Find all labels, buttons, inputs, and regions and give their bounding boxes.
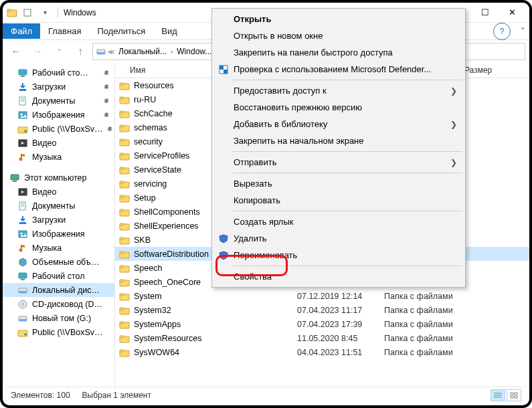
file-type: Папка с файлами: [384, 320, 491, 329]
qat-dropdown[interactable]: ▾: [37, 5, 52, 20]
ctx-properties[interactable]: Свойства: [213, 268, 464, 285]
ctx-rename[interactable]: Переименовать: [213, 247, 464, 264]
sidebar-quick-item[interactable]: Public (\\VBoxSv…: [3, 122, 114, 136]
sidebar-pc-item[interactable]: Локальный дис…: [3, 283, 114, 297]
sidebar-item-label: Public (\\VBoxSv…: [32, 328, 103, 337]
file-name: System: [134, 292, 297, 301]
svg-rect-70: [120, 294, 124, 296]
shield-rename-icon: [217, 249, 230, 262]
svg-rect-18: [11, 175, 19, 180]
up-button[interactable]: ↑: [71, 42, 90, 61]
file-name: SysWOW64: [134, 348, 297, 357]
file-row[interactable]: System07.12.2019 12:14Папка с файлами: [115, 289, 529, 303]
folder-icon: [119, 108, 130, 119]
status-count: Элементов: 100: [11, 391, 70, 400]
ribbon-expand[interactable]: ˅: [516, 26, 529, 36]
qat-button[interactable]: [20, 5, 35, 20]
sidebar-quick-item[interactable]: Документы: [3, 94, 114, 108]
tab-view[interactable]: Вид: [153, 23, 185, 39]
file-row[interactable]: SystemResources11.05.2020 8:45Папка с фа…: [115, 331, 529, 345]
downloads-icon: [17, 215, 28, 225]
ctx-library[interactable]: Добавить в библиотеку❯: [213, 116, 464, 132]
sidebar-quick-item[interactable]: Изображения: [3, 108, 114, 122]
ctx-send[interactable]: Отправить❯: [213, 154, 464, 171]
maximize-button[interactable]: ☐: [472, 3, 499, 22]
sidebar-item-label: Музыка: [32, 152, 62, 162]
sidebar-item-label: Новый том (G:): [32, 314, 91, 323]
back-button[interactable]: ←: [7, 42, 25, 61]
ctx-copy[interactable]: Копировать: [213, 192, 464, 209]
sidebar-item-label: Загрузки: [32, 82, 66, 92]
file-row[interactable]: SysWOW6404.04.2023 11:51Папка с файлами: [115, 345, 529, 359]
svg-rect-7: [19, 89, 26, 91]
forward-button[interactable]: →: [28, 42, 47, 61]
sidebar-pc-item[interactable]: Изображения: [3, 227, 114, 241]
pin-icon: [104, 70, 110, 76]
sidebar-pc-item[interactable]: Public (\\VBoxSv…: [3, 325, 114, 339]
svg-rect-74: [120, 322, 124, 324]
close-button[interactable]: ✕: [499, 3, 525, 22]
file-type: Папка с файлами: [384, 292, 491, 301]
ctx-grant-access[interactable]: Предоставить доступ к❯: [213, 82, 464, 99]
col-size[interactable]: Размер: [464, 66, 529, 75]
sidebar-item-label: Рабочий стол: [32, 272, 84, 281]
ctx-pin-quick[interactable]: Закрепить на панели быстрого доступа: [213, 44, 464, 61]
sidebar-item-label: Загрузки: [32, 215, 66, 225]
crumb-2[interactable]: Window...: [174, 47, 214, 56]
status-selection: Выбран 1 элемент: [82, 391, 151, 400]
sidebar-quick-item[interactable]: Загрузки: [3, 80, 114, 94]
ctx-cut[interactable]: Вырезать: [213, 175, 464, 192]
desktop-icon: [17, 271, 28, 282]
sidebar-pc-item[interactable]: Документы: [3, 199, 114, 213]
sidebar-pc-item[interactable]: Объемные объ…: [3, 255, 114, 269]
svg-point-27: [21, 232, 23, 234]
ctx-restore[interactable]: Восстановить прежнюю версию: [213, 99, 464, 116]
file-name: System32: [134, 306, 297, 315]
svg-rect-76: [120, 336, 124, 338]
sidebar-quick-item[interactable]: Музыка: [3, 150, 114, 164]
folder-icon: [119, 179, 130, 189]
documents-icon: [17, 201, 28, 211]
recent-button[interactable]: ˅: [50, 42, 68, 61]
file-row[interactable]: System3207.04.2023 11:17Папка с файлами: [115, 303, 529, 317]
file-row[interactable]: SystemApps07.04.2023 17:39Папка с файлам…: [115, 317, 529, 331]
file-date: 04.04.2023 11:51: [297, 348, 384, 357]
tab-share[interactable]: Поделиться: [89, 23, 153, 39]
tab-home[interactable]: Главная: [40, 23, 89, 39]
sidebar-pc-item[interactable]: Новый том (G:): [3, 311, 114, 325]
video-icon: [17, 187, 28, 197]
svg-point-34: [22, 303, 24, 305]
sidebar-this-pc[interactable]: Этот компьютер: [3, 171, 114, 185]
sidebar-quick-item[interactable]: Рабочий сто…: [3, 66, 114, 80]
sidebar-pc-item[interactable]: Загрузки: [3, 213, 114, 227]
sidebar-pc-item[interactable]: Музыка: [3, 241, 114, 255]
ctx-pin-start[interactable]: Закрепить на начальном экране: [213, 132, 464, 149]
ctx-open[interactable]: Открыть: [213, 11, 464, 27]
crumb-1[interactable]: Локальный...: [116, 47, 169, 56]
ctx-defender[interactable]: Проверка с использованием Microsoft Defe…: [213, 61, 464, 78]
tab-file[interactable]: Файл: [3, 23, 40, 39]
folder-icon: [119, 136, 130, 147]
sidebar-pc-item[interactable]: Видео: [3, 185, 114, 199]
view-details[interactable]: [491, 389, 505, 401]
sidebar-quick-item[interactable]: Видео: [3, 136, 114, 150]
folder-icon: [119, 193, 130, 203]
sidebar-pc-item[interactable]: Рабочий стол: [3, 269, 114, 283]
ctx-shortcut[interactable]: Создать ярлык: [213, 213, 464, 230]
svg-rect-30: [21, 279, 25, 280]
chevron-right-icon: ❯: [450, 86, 457, 96]
svg-rect-40: [120, 83, 124, 85]
sidebar-item-label: Локальный дис…: [32, 286, 100, 295]
ctx-open-new[interactable]: Открыть в новом окне: [213, 27, 464, 44]
svg-rect-88: [224, 70, 228, 74]
svg-point-17: [19, 157, 23, 161]
sidebar-pc-item[interactable]: CD-дисковод (D…: [3, 297, 114, 311]
ctx-delete[interactable]: Удалить: [213, 230, 464, 247]
pictures-icon: [17, 110, 28, 120]
folder-icon: [119, 319, 130, 330]
help-button[interactable]: ?: [493, 23, 511, 40]
svg-point-28: [19, 248, 23, 251]
view-icons[interactable]: [507, 389, 521, 401]
svg-rect-85: [515, 396, 517, 398]
sidebar-item-label: Видео: [32, 138, 57, 148]
